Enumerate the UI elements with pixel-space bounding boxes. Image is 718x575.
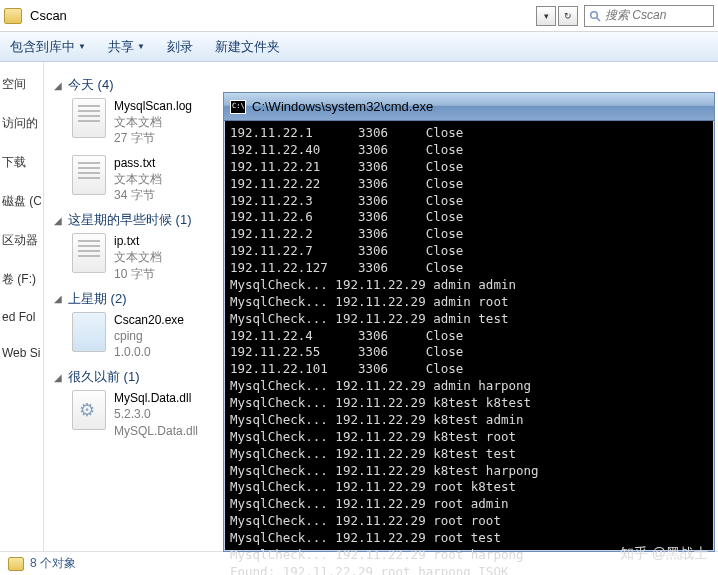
nav-item[interactable]: 区动器 — [2, 232, 41, 249]
nav-buttons: ▾ ↻ — [534, 6, 578, 26]
nav-item[interactable]: 下载 — [2, 154, 41, 171]
collapse-icon: ◢ — [54, 215, 62, 226]
dll-file-icon — [72, 390, 106, 430]
chevron-down-icon: ▼ — [78, 42, 86, 51]
toolbar-include[interactable]: 包含到库中▼ — [10, 38, 86, 56]
svg-point-0 — [591, 11, 598, 18]
file-type: 文本文档 — [114, 171, 162, 187]
file-name: MysqlScan.log — [114, 98, 192, 114]
file-type: 文本文档 — [114, 249, 162, 265]
history-dropdown-button[interactable]: ▾ — [536, 6, 556, 26]
collapse-icon: ◢ — [54, 293, 62, 304]
exe-file-icon — [72, 312, 106, 352]
file-type: 文本文档 — [114, 114, 192, 130]
toolbar-newfolder[interactable]: 新建文件夹 — [215, 38, 280, 56]
nav-item[interactable]: ed Fol — [2, 310, 41, 324]
toolbar-share[interactable]: 共享▼ — [108, 38, 145, 56]
cmd-window[interactable]: C:\Windows\system32\cmd.exe 192.11.22.1 … — [223, 92, 715, 552]
watermark: 知乎 @黑战士 — [620, 545, 708, 563]
text-file-icon — [72, 233, 106, 273]
search-icon — [589, 10, 601, 22]
cmd-output[interactable]: 192.11.22.1 3306 Close 192.11.22.40 3306… — [224, 121, 714, 575]
nav-item[interactable]: Web Si — [2, 346, 41, 360]
file-size: 34 字节 — [114, 187, 162, 203]
nav-item[interactable]: 磁盘 (C — [2, 193, 41, 210]
address-path[interactable]: Cscan — [30, 8, 534, 23]
folder-icon — [4, 8, 22, 24]
file-size: 27 字节 — [114, 130, 192, 146]
svg-line-1 — [597, 17, 600, 20]
file-name: pass.txt — [114, 155, 162, 171]
nav-item[interactable]: 卷 (F:) — [2, 271, 41, 288]
file-name: Cscan20.exe — [114, 312, 184, 328]
folder-icon — [8, 557, 24, 571]
file-version: 1.0.0.0 — [114, 344, 184, 360]
collapse-icon: ◢ — [54, 372, 62, 383]
file-size: 10 字节 — [114, 266, 162, 282]
toolbar: 包含到库中▼ 共享▼ 刻录 新建文件夹 — [0, 32, 718, 62]
file-desc: MySQL.Data.dll — [114, 423, 198, 439]
text-file-icon — [72, 98, 106, 138]
toolbar-burn[interactable]: 刻录 — [167, 38, 193, 56]
text-file-icon — [72, 155, 106, 195]
cmd-title-text: C:\Windows\system32\cmd.exe — [252, 99, 433, 114]
file-desc: cping — [114, 328, 184, 344]
nav-item[interactable]: 空间 — [2, 76, 41, 93]
refresh-button[interactable]: ↻ — [558, 6, 578, 26]
file-version: 5.2.3.0 — [114, 406, 198, 422]
search-placeholder: 搜索 Cscan — [605, 7, 666, 24]
cmd-icon — [230, 100, 246, 114]
cmd-title-bar[interactable]: C:\Windows\system32\cmd.exe — [224, 93, 714, 121]
search-input[interactable]: 搜索 Cscan — [584, 5, 714, 27]
nav-item[interactable]: 访问的 — [2, 115, 41, 132]
chevron-down-icon: ▼ — [137, 42, 145, 51]
file-name: ip.txt — [114, 233, 162, 249]
nav-pane: 空间 访问的 下载 磁盘 (C 区动器 卷 (F:) ed Fol Web Si — [0, 62, 44, 551]
address-bar: Cscan ▾ ↻ 搜索 Cscan — [0, 0, 718, 32]
file-name: MySql.Data.dll — [114, 390, 198, 406]
collapse-icon: ◢ — [54, 80, 62, 91]
status-text: 8 个对象 — [30, 555, 76, 572]
